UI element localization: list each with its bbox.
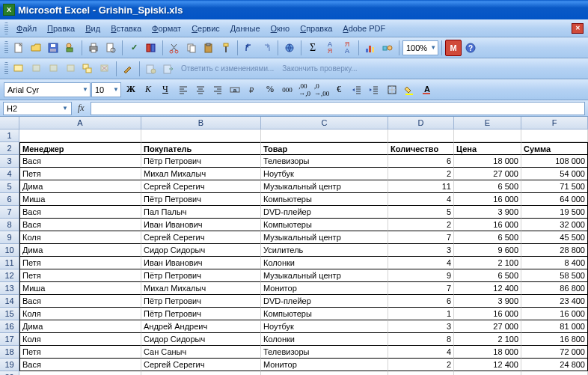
menu-сервис[interactable]: Сервис (186, 22, 225, 34)
align-right-button[interactable] (209, 82, 226, 98)
cell[interactable]: 12 400 (454, 359, 521, 371)
font-size-combo[interactable]: 10▼ (91, 82, 121, 97)
menu-вставка[interactable]: Вставка (105, 22, 147, 34)
cell[interactable]: 5 (388, 206, 454, 219)
cell[interactable]: 8 (388, 333, 454, 346)
row-header-12[interactable]: 12 (0, 269, 19, 282)
cell[interactable]: Сергей Серегич (141, 359, 261, 371)
cell[interactable]: 3 (388, 320, 454, 333)
new-button[interactable] (10, 40, 27, 56)
row-header-18[interactable]: 18 (0, 346, 19, 359)
cell[interactable]: Монитор (261, 359, 388, 371)
increase-decimal-button[interactable]: ,00→,0 (296, 82, 313, 98)
cell[interactable] (454, 371, 521, 375)
zoom-combo[interactable]: 100%▼ (402, 40, 438, 55)
cell[interactable]: Усилитель (261, 244, 388, 257)
fx-icon[interactable]: fx (75, 103, 88, 114)
print-preview-button[interactable] (102, 40, 119, 56)
menu-справка[interactable]: Справка (295, 22, 337, 34)
cell[interactable]: 2 (388, 219, 454, 231)
undo-button[interactable] (241, 40, 257, 56)
row-header-4[interactable]: 4 (0, 168, 19, 180)
cell[interactable] (261, 371, 388, 375)
cell[interactable]: DVD-плейер (261, 206, 388, 219)
cell[interactable]: Музыкальный центр (261, 231, 388, 244)
cell[interactable]: Товар (261, 142, 388, 155)
cell[interactable]: 19 500 (521, 206, 588, 219)
cell[interactable]: 58 500 (521, 269, 588, 282)
menu-правка[interactable]: Правка (42, 22, 80, 34)
cell[interactable]: Колонки (261, 257, 388, 269)
cell[interactable]: 64 000 (521, 193, 588, 206)
cell[interactable]: 7 (388, 282, 454, 295)
cell[interactable]: Монитор (261, 282, 388, 295)
cell[interactable]: Сидор Сидорыч (141, 333, 261, 346)
research-button[interactable] (143, 40, 159, 56)
cell[interactable]: Миша (19, 282, 141, 295)
cell[interactable] (521, 129, 588, 142)
row-header-9[interactable]: 9 (0, 231, 19, 244)
menu-формат[interactable]: Формат (147, 22, 186, 34)
sort-desc-button[interactable]: ЯА (339, 40, 355, 56)
cell[interactable]: 7 (388, 231, 454, 244)
cell[interactable]: 81 000 (521, 320, 588, 333)
cell[interactable]: Петя (19, 269, 141, 282)
cell[interactable]: 28 800 (521, 244, 588, 257)
decrease-decimal-button[interactable]: ,0→,00 (313, 82, 330, 98)
cell[interactable] (19, 371, 141, 375)
cell[interactable]: 1 (388, 308, 454, 320)
save-button[interactable] (45, 40, 61, 56)
cell[interactable]: Ноутбук (261, 168, 388, 180)
decrease-indent-button[interactable] (349, 82, 365, 98)
cell[interactable]: Колонки (261, 333, 388, 346)
permission-button[interactable] (62, 40, 79, 56)
menu-данные[interactable]: Данные (225, 22, 266, 34)
cell[interactable]: 16 000 (454, 193, 521, 206)
row-header-8[interactable]: 8 (0, 219, 19, 231)
cell[interactable]: 3 (388, 244, 454, 257)
cell[interactable]: 6 500 (454, 269, 521, 282)
cell[interactable]: 6 (388, 155, 454, 168)
currency-button[interactable]: ₽ (245, 82, 261, 98)
cell[interactable] (388, 371, 454, 375)
cell[interactable]: Коля (19, 333, 141, 346)
row-header-14[interactable]: 14 (0, 295, 19, 308)
align-left-button[interactable] (175, 82, 192, 98)
cell[interactable]: 108 000 (521, 155, 588, 168)
cell[interactable]: Петя (19, 168, 141, 180)
new-comment-button[interactable] (10, 61, 27, 77)
cell[interactable]: Компьютеры (261, 193, 388, 206)
cell[interactable]: Вася (19, 295, 141, 308)
paste-button[interactable] (200, 40, 217, 56)
cell[interactable]: Петя (19, 257, 141, 269)
cell[interactable] (454, 129, 521, 142)
cell[interactable]: 32 000 (521, 219, 588, 231)
cell[interactable]: Количество (388, 142, 454, 155)
cell[interactable]: 2 100 (454, 257, 521, 269)
cell[interactable]: Пётр Петрович (141, 193, 261, 206)
row-header-17[interactable]: 17 (0, 333, 19, 346)
col-header-D[interactable]: D (388, 117, 454, 129)
cell[interactable]: 3 900 (454, 295, 521, 308)
cell[interactable]: Михал Михалыч (141, 168, 261, 180)
cell[interactable] (521, 371, 588, 375)
cell[interactable]: Телевизоры (261, 346, 388, 359)
font-color-button[interactable]: A (418, 82, 435, 98)
cell[interactable]: Вася (19, 206, 141, 219)
font-combo[interactable]: Arial Cyr▼ (4, 82, 91, 97)
cell[interactable]: 16 000 (454, 308, 521, 320)
grip-icon[interactable] (4, 22, 8, 34)
col-header-E[interactable]: E (454, 117, 521, 129)
drawing-button[interactable] (379, 40, 396, 56)
cell[interactable]: Иван Иванович (141, 257, 261, 269)
italic-button[interactable]: К (140, 82, 156, 98)
cell[interactable]: 2 100 (454, 333, 521, 346)
cell[interactable]: 6 500 (454, 231, 521, 244)
cell[interactable]: Компьютеры (261, 308, 388, 320)
cell[interactable]: 86 800 (521, 282, 588, 295)
cell[interactable] (388, 129, 454, 142)
autosum-button[interactable]: Σ (304, 40, 321, 56)
cell[interactable]: 11 (388, 180, 454, 193)
cell[interactable]: 27 000 (454, 168, 521, 180)
align-center-button[interactable] (192, 82, 209, 98)
